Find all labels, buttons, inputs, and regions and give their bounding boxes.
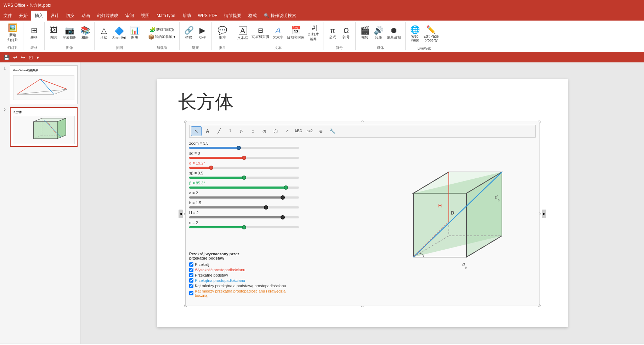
equation-icon: π — [330, 27, 335, 34]
geo-tool-polygon[interactable]: ⬡ — [270, 126, 281, 136]
tab-mathtype[interactable]: MathType — [153, 11, 179, 21]
geo-tool-settings[interactable]: 🔧 — [327, 126, 338, 136]
tab-home[interactable]: 开始 — [16, 11, 31, 21]
btn-chart[interactable]: 📊 图表 — [128, 26, 141, 41]
geo-tool-triangle[interactable]: ▷ — [236, 126, 247, 136]
tab-format[interactable]: 格式 — [245, 11, 260, 21]
tab-storyboard[interactable]: 情节提要 — [221, 11, 245, 21]
btn-album[interactable]: 📚 相册 — [79, 26, 91, 41]
panel-arrow-left[interactable]: ◀ — [179, 210, 183, 218]
tab-design[interactable]: 设计 — [47, 11, 62, 21]
geo-tool-cursor[interactable]: ↖ — [191, 126, 202, 136]
tab-search[interactable]: 🔍 操作说明搜索 — [260, 11, 299, 21]
slider-b-label: b = 1.5 — [189, 201, 299, 205]
tab-help[interactable]: 帮助 — [179, 11, 194, 21]
checkbox-wysokosc-input[interactable] — [189, 268, 193, 272]
slider-b-track[interactable] — [189, 206, 299, 208]
slider-a-track[interactable] — [189, 196, 299, 199]
slider-zoom-track[interactable] — [189, 147, 299, 149]
checkbox-przekroj-input[interactable] — [189, 262, 193, 267]
geo-tool-point[interactable]: •⃛ — [225, 126, 236, 136]
checkbox-kat-krawedz-input[interactable] — [189, 291, 193, 295]
tab-wpspdf[interactable]: WPS PDF — [194, 11, 221, 21]
btn-textbox[interactable]: A 文本框 — [236, 26, 249, 41]
btn-edit-page-property[interactable]: ✏️ Edit Pageproperty — [422, 25, 440, 43]
group-buttons-image: 🖼 图片 📷 屏幕截图 📚 相册 — [47, 22, 91, 45]
geo-tool-move[interactable]: ⊕ — [316, 126, 326, 136]
btn-equation[interactable]: π 公式 — [326, 26, 339, 40]
btn-qa-dropdown[interactable]: ▾ — [36, 54, 40, 61]
btn-comment[interactable]: 💬 批注 — [216, 26, 229, 41]
tab-file[interactable]: 文件 — [0, 11, 16, 21]
geo-tool-line[interactable]: ╱ — [214, 126, 224, 136]
checkbox-przekatna-prostop-input[interactable] — [189, 278, 193, 283]
slider-alpha-track[interactable] — [189, 167, 299, 169]
table-icon: ⊞ — [31, 27, 37, 34]
btn-undo[interactable]: ↩ — [12, 54, 18, 61]
btn-datetime[interactable]: 📅 日期和时间 — [286, 26, 306, 41]
btn-action[interactable]: ▶ 动作 — [196, 26, 209, 41]
btn-slide-number[interactable]: # 幻灯片编号 — [307, 24, 320, 43]
btn-link[interactable]: 🔗 链接 — [182, 26, 195, 41]
tab-slideshow[interactable]: 幻灯片放映 — [94, 11, 122, 21]
chart-icon: 📊 — [130, 27, 140, 34]
checkbox-przekatne-input[interactable] — [189, 273, 193, 277]
btn-symbol[interactable]: Ω 符号 — [340, 26, 352, 40]
edit-page-icon: ✏️ — [426, 26, 436, 34]
get-addons-icon: 🧩 — [149, 27, 156, 33]
panel-arrow-right[interactable]: ▶ — [542, 210, 546, 218]
btn-table[interactable]: ⊞ 表格 — [28, 26, 40, 41]
geo-tool-abc[interactable]: ABC — [293, 126, 304, 136]
btn-header-footer[interactable]: ⊟ 页眉和页脚 — [250, 27, 271, 40]
app-title: WPS Office - 长方体.pptx — [4, 2, 51, 9]
svg-text:p: p — [498, 198, 499, 202]
checkbox-przekroj-label: Przekrój — [195, 262, 209, 267]
slide-thumb-2[interactable]: 长方体 — [10, 107, 78, 147]
ribbon-group-symbol: π 公式 Ω 符号 符号 — [323, 22, 356, 50]
btn-screen-record[interactable]: ⏺ 屏幕录制 — [385, 26, 402, 41]
geo-tool-point-text[interactable]: A — [202, 126, 213, 136]
group-buttons-liveweb: 🌐 WebPage ✏️ Edit Pageproperty — [408, 22, 440, 46]
btn-screenshot[interactable]: 📷 屏幕截图 — [61, 26, 78, 41]
btn-custom[interactable]: ⊡ — [28, 54, 34, 61]
tab-review[interactable]: 审阅 — [122, 11, 137, 21]
btn-save[interactable]: 💾 — [3, 54, 10, 61]
slider-sbeta-track[interactable] — [189, 177, 299, 179]
slide-thumb-1[interactable]: GeoGebra动画效果 — [10, 65, 78, 104]
geo-tool-arc[interactable]: ◔ — [259, 126, 270, 136]
btn-picture[interactable]: 🖼 图片 — [47, 26, 60, 41]
tab-animation[interactable]: 动画 — [78, 11, 94, 21]
tab-view[interactable]: 视图 — [137, 11, 153, 21]
slider-beta-track[interactable] — [189, 187, 299, 189]
btn-audio[interactable]: 🔊 音频 — [372, 26, 385, 41]
group-label-image: 图像 — [66, 45, 73, 50]
btn-new-slide[interactable]: 🖼️ 新建幻灯片 — [6, 23, 19, 43]
checkbox-kat-podstawa-input[interactable] — [189, 284, 193, 288]
screen-record-icon: ⏺ — [390, 27, 398, 34]
btn-wordart[interactable]: A 艺术字 — [271, 26, 285, 41]
checkbox-kat-krawedz: Kąt między przekątną prostopadłościanu i… — [189, 289, 299, 297]
btn-web-page[interactable]: 🌐 WebPage — [408, 25, 421, 43]
slider-salpha-track[interactable] — [189, 157, 299, 159]
btn-my-addons[interactable]: 📦 我的加载项 ▾ — [147, 34, 176, 40]
btn-redo[interactable]: ↪ — [20, 54, 26, 61]
btn-get-addons[interactable]: 🧩 获取加载项 — [148, 27, 175, 33]
tab-insert[interactable]: 插入 — [31, 11, 47, 21]
slider-n-track[interactable] — [189, 226, 299, 228]
slider-zoom: zoom = 3.5 — [189, 141, 299, 149]
checkbox-wysokosc: Wysokość prostopadłościanu — [189, 268, 299, 272]
btn-smartart[interactable]: 🔷 SmartArt — [111, 27, 128, 40]
geo-tool-ray[interactable]: ↗ — [282, 126, 292, 136]
group-label-table: 表格 — [30, 45, 38, 50]
btn-video[interactable]: 🎬 视频 — [358, 26, 371, 41]
geo-tool-circle[interactable]: ○ — [248, 126, 258, 136]
slider-sbeta-label: sβ = 0.5 — [189, 171, 299, 175]
group-buttons-illustration: △ 形状 🔷 SmartArt 📊 图表 — [97, 22, 141, 45]
slide-1-container: 1 GeoGebra动画效果 — [10, 65, 78, 104]
checkbox-group-title: Przekrój wyznaczony przezprzekątne podst… — [189, 252, 299, 260]
tab-transition[interactable]: 切换 — [62, 11, 78, 21]
geo-tool-measure[interactable]: a=2 — [304, 126, 315, 136]
slider-h-track[interactable] — [189, 216, 299, 218]
geo-right-panel: d p d p H D — [383, 141, 536, 302]
btn-shape[interactable]: △ 形状 — [97, 26, 110, 41]
